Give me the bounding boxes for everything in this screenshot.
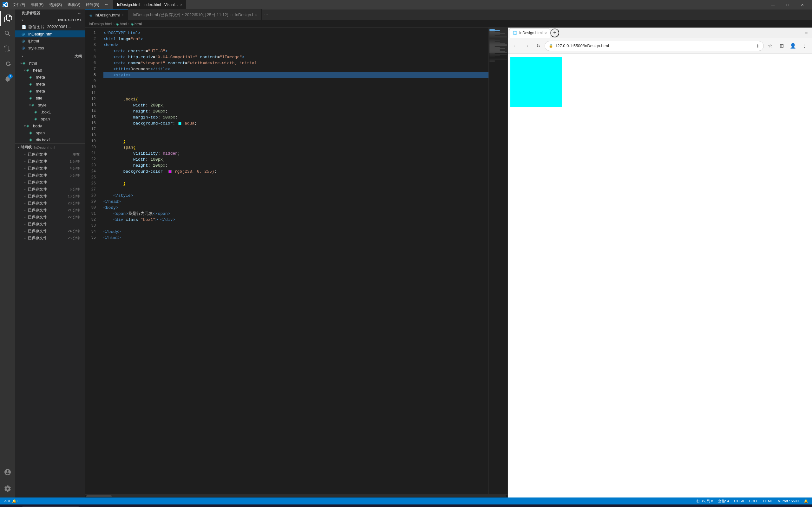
code-editor[interactable]: 1 2 3 4 5 6 7 8 9 10 11 12 13 14 bbox=[85, 27, 507, 494]
activity-settings[interactable] bbox=[0, 481, 15, 496]
taskbar-app-vscode[interactable] bbox=[154, 504, 166, 507]
editor-tab-indesign[interactable]: ◎ InDesign.html × bbox=[85, 9, 128, 20]
editor-tab-more-button[interactable]: ··· bbox=[262, 9, 271, 20]
editor-tab-diff[interactable]: InDesign.html (已保存文件 • 2022年10月25日 11:12… bbox=[128, 9, 261, 20]
file-item-style[interactable]: ◎ style.css bbox=[15, 44, 85, 51]
timeline-item-12[interactable]: ○已保存文件 25 分钟 bbox=[15, 234, 85, 241]
close-button[interactable]: ✕ bbox=[795, 0, 809, 9]
breadcrumb-html-2[interactable]: ◈html bbox=[131, 22, 142, 26]
timeline-item-5[interactable]: ○已保存文件 6 分钟 bbox=[15, 186, 85, 193]
timeline-item-1[interactable]: ○已保存文件 1 分钟 bbox=[15, 158, 85, 165]
outline-style[interactable]: ▾ ◈ style bbox=[15, 101, 85, 108]
file-item-lj[interactable]: ◎ lj.html bbox=[15, 38, 85, 44]
browser-more-button[interactable]: ⋮ bbox=[799, 41, 809, 51]
outline-section-header[interactable]: ▾ 大纲 bbox=[15, 53, 85, 60]
timeline-item-2[interactable]: ○已保存文件 4 分钟 bbox=[15, 165, 85, 172]
browser-tab-item-active[interactable]: 🌐 InDesign.html ✕ bbox=[509, 28, 550, 38]
outline-box1[interactable]: ◈ .box1 bbox=[15, 108, 85, 115]
browser-bookmark-button[interactable]: ☆ bbox=[765, 41, 775, 51]
outline-html[interactable]: ▾ ◈ html bbox=[15, 60, 85, 66]
outline-div-box1[interactable]: ◈ div.box1 bbox=[15, 136, 85, 143]
menu-goto[interactable]: 转到(G) bbox=[84, 2, 101, 8]
editor-tab-close-diff[interactable]: × bbox=[255, 13, 257, 16]
code-line-29: </head> bbox=[103, 199, 489, 205]
browser-tab-close[interactable]: ✕ bbox=[544, 32, 547, 35]
menu-select[interactable]: 选择(S) bbox=[47, 2, 64, 8]
taskbar-app-steam[interactable] bbox=[98, 504, 110, 507]
browser-account-button[interactable]: 👤 bbox=[788, 41, 798, 51]
timeline-item-0[interactable]: ○已保存文件 现在 bbox=[15, 151, 85, 158]
taskbar-app-chrome[interactable] bbox=[140, 504, 152, 507]
menu-file[interactable]: 文件(F) bbox=[10, 2, 28, 8]
browser-new-tab-button[interactable]: + bbox=[550, 29, 559, 38]
horizontal-scrollbar[interactable] bbox=[85, 494, 507, 498]
activity-extensions[interactable]: 2 bbox=[0, 72, 15, 87]
outline-meta1[interactable]: ◈ meta bbox=[15, 73, 85, 80]
outline-head[interactable]: ▾ ◈ head bbox=[15, 66, 85, 73]
file-item-indesign[interactable]: ◎ InDesign.html bbox=[15, 31, 85, 38]
browser-split-view-button[interactable]: ⊞ bbox=[776, 41, 786, 51]
activity-files[interactable] bbox=[0, 11, 15, 26]
activity-account[interactable] bbox=[0, 464, 15, 480]
taskbar-app-mail[interactable] bbox=[112, 504, 124, 507]
menu-more[interactable]: ··· bbox=[102, 2, 111, 8]
maximize-button[interactable]: □ bbox=[780, 0, 795, 9]
outline-meta3[interactable]: ◈ meta bbox=[15, 88, 85, 95]
breadcrumb-file[interactable]: InDesign.html bbox=[89, 22, 112, 26]
outline-body[interactable]: ▾ ◈ body bbox=[15, 122, 85, 129]
browser-back-button[interactable]: ← bbox=[510, 41, 520, 51]
sidebar-more-button[interactable]: ··· bbox=[77, 10, 82, 16]
timeline-header[interactable]: ▾ 时间线 InDesign.html bbox=[15, 144, 85, 151]
status-encoding[interactable]: UTF-8 bbox=[733, 498, 745, 504]
browser-forward-button[interactable]: → bbox=[522, 41, 532, 51]
status-language[interactable]: HTML bbox=[762, 498, 774, 504]
timeline-item-10[interactable]: ○已保存文件 bbox=[15, 221, 85, 228]
editor-browser-row: 1 2 3 4 5 6 7 8 9 10 11 12 13 14 bbox=[85, 27, 812, 498]
scrollbar-thumb[interactable] bbox=[86, 495, 112, 497]
browser-refresh-button[interactable]: ↻ bbox=[533, 41, 543, 51]
status-indent[interactable]: 空格: 4 bbox=[717, 498, 730, 504]
taskbar-app-explorer[interactable] bbox=[84, 504, 96, 507]
status-errors[interactable]: ⚠ 0 🔔 0 bbox=[3, 498, 20, 504]
browser-address-bar[interactable]: 🔒 127.0.0.1:5500/InDesign.html ⬆ bbox=[545, 41, 764, 51]
timeline-item-6[interactable]: ○已保存文件 13 分钟 bbox=[15, 193, 85, 200]
taskbar-app-edge[interactable] bbox=[125, 504, 138, 507]
files-section-header[interactable]: ▾ INDEX.HTML bbox=[15, 16, 85, 23]
status-port[interactable]: ⊗ Port : 5500 bbox=[776, 498, 800, 504]
code-content[interactable]: <!DOCTYPE html> <html lang="en"> <head> … bbox=[101, 27, 489, 494]
chevron-style: ▾ bbox=[29, 103, 31, 107]
breadcrumb-html[interactable]: ◈html bbox=[116, 22, 127, 26]
minimap-slider[interactable] bbox=[489, 27, 507, 53]
menu-edit[interactable]: 编辑(E) bbox=[28, 2, 46, 8]
browser-extensions-button[interactable]: ≡ bbox=[802, 29, 811, 38]
activity-run[interactable] bbox=[0, 56, 15, 72]
file-item-wechat[interactable]: 📄 微信图片_202209081... bbox=[15, 23, 85, 31]
taskbar-app-python[interactable] bbox=[167, 504, 180, 507]
timeline-item-3[interactable]: ○已保存文件 5 分钟 bbox=[15, 172, 85, 179]
outline-meta2[interactable]: ◈ meta bbox=[15, 80, 85, 88]
status-cursor[interactable]: 行 35, 列 8 bbox=[695, 498, 715, 504]
start-button[interactable] bbox=[3, 504, 18, 507]
timeline-item-11[interactable]: ○已保存文件 24 分钟 bbox=[15, 228, 85, 234]
share-icon[interactable]: ⬆ bbox=[756, 43, 760, 49]
outline-span[interactable]: ◈ span bbox=[15, 115, 85, 122]
timeline-time-3: 5 分钟 bbox=[70, 173, 80, 178]
status-bell[interactable]: 🔔 bbox=[803, 498, 809, 504]
menu-view[interactable]: 查看(V) bbox=[65, 2, 83, 8]
vscode-logo bbox=[3, 2, 8, 7]
timeline-item-7[interactable]: ○已保存文件 20 分钟 bbox=[15, 200, 85, 207]
window-tab-active[interactable]: InDesign.html - index.html - Visual... × bbox=[113, 0, 187, 9]
activity-search[interactable] bbox=[0, 26, 15, 41]
minimize-button[interactable]: — bbox=[766, 0, 780, 9]
timeline-item-4[interactable]: ○已保存文件 bbox=[15, 179, 85, 186]
activity-source-control[interactable] bbox=[0, 41, 15, 56]
window-tab-close[interactable]: × bbox=[181, 3, 183, 7]
status-line-ending[interactable]: CRLF bbox=[748, 498, 759, 504]
outline-body-span[interactable]: ◈ span bbox=[15, 129, 85, 136]
timeline-item-8[interactable]: ○已保存文件 21 分钟 bbox=[15, 207, 85, 214]
outline-title[interactable]: ◈ title bbox=[15, 95, 85, 101]
editor-tab-close-indesign[interactable]: × bbox=[121, 13, 123, 17]
chevron-body: ▾ bbox=[24, 124, 26, 128]
timeline-item-9[interactable]: ○已保存文件 22 分钟 bbox=[15, 214, 85, 221]
scrollbar-track[interactable] bbox=[86, 495, 506, 497]
